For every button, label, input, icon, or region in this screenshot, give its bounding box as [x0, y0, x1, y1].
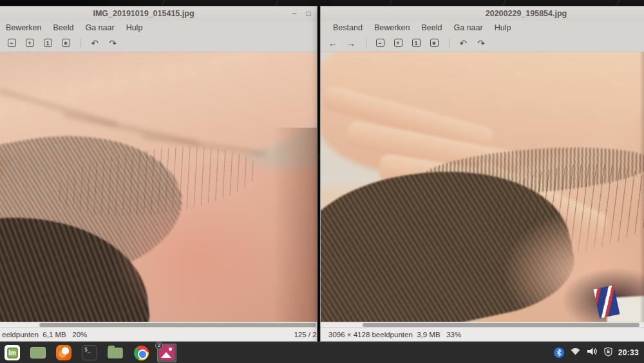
photo-scalp-2020	[321, 52, 644, 322]
menu-bestand[interactable]: Bestand	[327, 22, 368, 34]
maximize-button[interactable]: □	[304, 8, 313, 18]
normal-size-icon[interactable]: 1	[39, 35, 56, 50]
statusbar-right: 3096 × 4128 beeldpunten 3,9 MB 33%	[321, 328, 644, 341]
menu-ga-naar[interactable]: Ga naar	[448, 22, 488, 34]
rotate-left-icon[interactable]: ↶	[86, 35, 103, 50]
image-canvas-left[interactable]	[0, 52, 317, 322]
mint-menu-button[interactable]: lm	[3, 344, 22, 362]
image-viewer-task[interactable]: 2	[157, 344, 176, 362]
photo-forehead	[113, 192, 280, 322]
mint-logo-icon: lm	[5, 345, 20, 360]
mountain-glyph	[161, 352, 171, 358]
menu-hulp[interactable]: Hulp	[120, 22, 149, 34]
menu-ga-naar[interactable]: Ga naar	[79, 22, 120, 34]
volume-icon[interactable]	[587, 347, 598, 358]
status-info: eeldpunten 6,1 MB 20%	[2, 331, 87, 338]
photo-edge-shadow	[639, 52, 644, 322]
titlebar-left[interactable]: IMG_20191019_015415.jpg – □	[0, 6, 317, 21]
terminal-launcher[interactable]: $_	[80, 344, 99, 362]
zoom-in-icon[interactable]: +	[21, 35, 38, 50]
desktop: IMG_20191019_015415.jpg – □ Bestand Bewe…	[0, 0, 644, 363]
status-counter: 125 / 25	[294, 331, 317, 338]
toolbar-right: ← → − + 1 ∗ ↶ ↷	[321, 34, 644, 52]
show-desktop-icon	[30, 347, 46, 358]
rotate-right-icon[interactable]: ↷	[104, 35, 121, 50]
sun-glyph	[169, 348, 172, 351]
status-info: 3096 × 4128 beeldpunten 3,9 MB 33%	[321, 331, 461, 338]
system-tray: 20:33	[554, 347, 644, 359]
clock[interactable]: 20:33	[618, 348, 639, 357]
image-viewer-window-left: IMG_20191019_015415.jpg – □ Bestand Bewe…	[0, 6, 317, 342]
menu-beeld[interactable]: Beeld	[415, 22, 448, 34]
window-count-badge: 2	[155, 342, 163, 349]
menu-beeld[interactable]: Beeld	[47, 22, 79, 34]
titlebar-right[interactable]: 20200229_195854.jpg	[321, 6, 644, 21]
menu-bewerken[interactable]: Bewerken	[368, 22, 416, 34]
firefox-icon	[56, 345, 71, 360]
menu-bewerken[interactable]: Bewerken	[0, 22, 47, 34]
toolbar-separator	[449, 38, 450, 48]
photo-scalp-2019	[0, 52, 317, 322]
zoom-out-icon[interactable]: −	[372, 35, 388, 50]
forward-icon[interactable]: →	[343, 35, 359, 50]
horizontal-scrollbar-left[interactable]	[0, 322, 317, 328]
window-title-right: 20200229_195854.jpg	[486, 9, 567, 18]
minimize-button[interactable]: –	[290, 8, 299, 18]
firefox-launcher[interactable]	[54, 344, 73, 362]
chrome-icon	[134, 346, 149, 360]
best-fit-icon[interactable]: ∗	[426, 35, 442, 50]
image-viewer-window-right: 20200229_195854.jpg Bestand Bewerken Bee…	[320, 6, 644, 342]
rotate-right-icon[interactable]: ↷	[473, 35, 489, 50]
back-icon[interactable]: ←	[325, 35, 341, 50]
zoom-in-icon[interactable]: +	[390, 35, 406, 50]
menu-hulp[interactable]: Hulp	[489, 22, 517, 34]
menubar-right: Bestand Bewerken Beeld Ga naar Hulp	[321, 21, 644, 34]
toolbar-left: ← → − + 1 ∗ ↶ ↷	[0, 34, 317, 52]
chrome-launcher[interactable]	[131, 344, 151, 362]
rotate-left-icon[interactable]: ↶	[455, 35, 471, 50]
files-launcher[interactable]	[106, 344, 125, 362]
window-title-left: IMG_20191019_015415.jpg	[93, 9, 194, 18]
folder-icon	[108, 348, 123, 358]
scrollbar-thumb[interactable]	[39, 323, 316, 327]
show-desktop-button[interactable]	[28, 344, 48, 362]
toolbar-separator	[366, 38, 366, 48]
best-fit-icon[interactable]: ∗	[57, 35, 74, 50]
horizontal-scrollbar-right[interactable]	[321, 322, 644, 328]
toolbar-separator	[80, 38, 81, 48]
terminal-icon: $_	[82, 345, 97, 360]
image-canvas-right[interactable]	[321, 52, 644, 322]
normal-size-icon[interactable]: 1	[408, 35, 424, 50]
zoom-out-icon[interactable]: −	[3, 35, 20, 50]
statusbar-left: eeldpunten 6,1 MB 20% 125 / 25	[0, 328, 317, 341]
wifi-icon[interactable]	[570, 347, 581, 358]
taskbar: lm $_ 2	[0, 342, 644, 363]
scrollbar-thumb[interactable]	[363, 323, 639, 327]
menubar-left: Bestand Bewerken Beeld Ga naar Hulp	[0, 21, 317, 34]
bluetooth-icon[interactable]	[554, 348, 564, 358]
update-manager-icon[interactable]	[604, 347, 612, 359]
photo-edge-shadow	[273, 128, 317, 322]
